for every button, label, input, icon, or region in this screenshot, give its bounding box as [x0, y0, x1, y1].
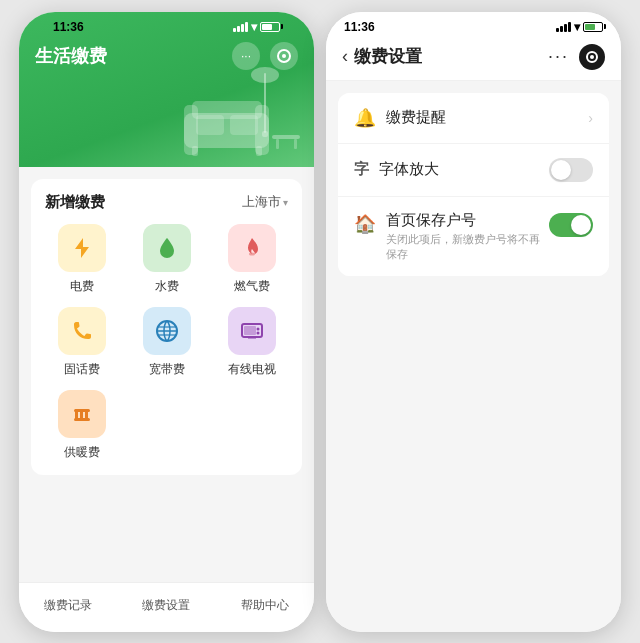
new-payment-section: 新增缴费 上海市 ▾ 电费 — [31, 179, 302, 475]
header-left: ‹ 缴费设置 — [342, 45, 422, 68]
font-label-wrap: 字体放大 — [379, 160, 549, 179]
signal-icon — [233, 22, 248, 32]
settings-item-font[interactable]: 字 字体放大 — [338, 144, 609, 197]
furniture-illustration — [174, 63, 304, 167]
svg-point-17 — [249, 252, 255, 255]
left-status-icons: ▾ — [233, 20, 280, 34]
svg-point-1 — [282, 54, 286, 58]
save-account-toggle-thumb — [571, 215, 591, 235]
broadband-icon-wrap — [143, 307, 191, 355]
right-time: 11:36 — [344, 20, 375, 34]
nav-help[interactable]: 帮助中心 — [233, 595, 297, 616]
settings-item-save-account[interactable]: 🏠 首页保存户号 关闭此项后，新缴费户号将不再保存 — [338, 197, 609, 276]
payment-item-electric[interactable]: 电费 — [45, 224, 118, 295]
nav-settings[interactable]: 缴费设置 — [134, 595, 198, 616]
payment-item-gas[interactable]: 燃气费 — [215, 224, 288, 295]
save-account-icon: 🏠 — [354, 213, 376, 235]
svg-rect-28 — [74, 418, 90, 421]
wifi-icon: ▾ — [251, 20, 257, 34]
broadband-label: 宽带费 — [149, 361, 185, 378]
svg-point-30 — [590, 55, 594, 59]
settings-item-reminder[interactable]: 🔔 缴费提醒 › — [338, 93, 609, 144]
svg-marker-16 — [75, 238, 89, 258]
app-title: 生活缴费 — [35, 44, 107, 68]
payment-item-phone[interactable]: 固话费 — [45, 307, 118, 378]
font-control — [549, 158, 593, 182]
left-time: 11:36 — [53, 20, 84, 34]
water-icon-wrap — [143, 224, 191, 272]
electric-label: 电费 — [70, 278, 94, 295]
svg-point-21 — [256, 327, 259, 330]
reminder-control: › — [588, 110, 593, 126]
reminder-icon: 🔔 — [354, 107, 376, 129]
heating-label: 供暖费 — [64, 444, 100, 461]
svg-point-3 — [251, 67, 279, 83]
section-title: 新增缴费 — [45, 193, 105, 212]
battery-icon — [260, 22, 280, 32]
font-label: 字体放大 — [379, 160, 549, 179]
heating-icon-wrap — [58, 390, 106, 438]
save-account-label-wrap: 首页保存户号 关闭此项后，新缴费户号将不再保存 — [386, 211, 549, 262]
reminder-label: 缴费提醒 — [386, 108, 588, 127]
city-name: 上海市 — [242, 193, 281, 211]
right-content: 🔔 缴费提醒 › 字 字体放大 — [326, 81, 621, 632]
right-more-button[interactable]: ··· — [548, 46, 569, 67]
svg-rect-15 — [294, 139, 297, 149]
right-target-button[interactable] — [579, 44, 605, 70]
payment-item-heating[interactable]: 供暖费 — [45, 390, 118, 461]
water-label: 水费 — [155, 278, 179, 295]
font-toggle[interactable] — [549, 158, 593, 182]
right-status-bar: 11:36 ▾ — [326, 12, 621, 38]
font-toggle-thumb — [551, 160, 571, 180]
payment-grid: 电费 水费 燃气费 — [45, 224, 288, 461]
svg-rect-27 — [74, 409, 90, 412]
reminder-label-wrap: 缴费提醒 — [386, 108, 588, 127]
right-battery-icon — [583, 22, 603, 32]
green-header: 11:36 ▾ 生活缴费 ··· — [19, 12, 314, 167]
right-signal-icon — [556, 22, 571, 32]
gas-label: 燃气费 — [234, 278, 270, 295]
right-status-icons: ▾ — [556, 20, 603, 34]
phone-label: 固话费 — [64, 361, 100, 378]
payment-item-water[interactable]: 水费 — [130, 224, 203, 295]
section-header: 新增缴费 上海市 ▾ — [45, 193, 288, 212]
header-right: ··· — [548, 44, 605, 70]
svg-rect-13 — [272, 135, 300, 139]
page-title: 缴费设置 — [354, 45, 422, 68]
right-phone: 11:36 ▾ ‹ 缴费设置 ··· — [326, 12, 621, 632]
nav-records[interactable]: 缴费记录 — [36, 595, 100, 616]
gas-icon-wrap — [228, 224, 276, 272]
payment-item-cable[interactable]: 有线电视 — [215, 307, 288, 378]
svg-rect-23 — [248, 337, 256, 339]
reminder-chevron-icon: › — [588, 110, 593, 126]
city-selector[interactable]: 上海市 ▾ — [242, 193, 288, 211]
save-account-control — [549, 213, 593, 237]
svg-point-22 — [256, 331, 259, 334]
settings-list: 🔔 缴费提醒 › 字 字体放大 — [338, 93, 609, 276]
svg-rect-10 — [230, 115, 258, 135]
svg-rect-9 — [196, 115, 224, 135]
payment-item-broadband[interactable]: 宽带费 — [130, 307, 203, 378]
svg-rect-14 — [276, 139, 279, 149]
svg-rect-12 — [256, 146, 262, 156]
svg-rect-20 — [244, 326, 256, 335]
right-header-bar: ‹ 缴费设置 ··· — [326, 38, 621, 81]
save-account-toggle[interactable] — [549, 213, 593, 237]
cable-label: 有线电视 — [228, 361, 276, 378]
phone-icon-wrap — [58, 307, 106, 355]
save-account-sublabel: 关闭此项后，新缴费户号将不再保存 — [386, 232, 549, 262]
left-status-bar: 11:36 ▾ — [35, 12, 298, 38]
left-phone: 11:36 ▾ 生活缴费 ··· — [19, 12, 314, 632]
right-wifi-icon: ▾ — [574, 20, 580, 34]
font-icon: 字 — [354, 160, 369, 179]
back-button[interactable]: ‹ — [342, 46, 348, 67]
save-account-label: 首页保存户号 — [386, 211, 549, 230]
left-bottom-nav: 缴费记录 缴费设置 帮助中心 — [19, 582, 314, 632]
city-chevron-icon: ▾ — [283, 197, 288, 208]
electric-icon-wrap — [58, 224, 106, 272]
svg-rect-11 — [192, 146, 198, 156]
cable-icon-wrap — [228, 307, 276, 355]
left-content: 新增缴费 上海市 ▾ 电费 — [19, 167, 314, 582]
